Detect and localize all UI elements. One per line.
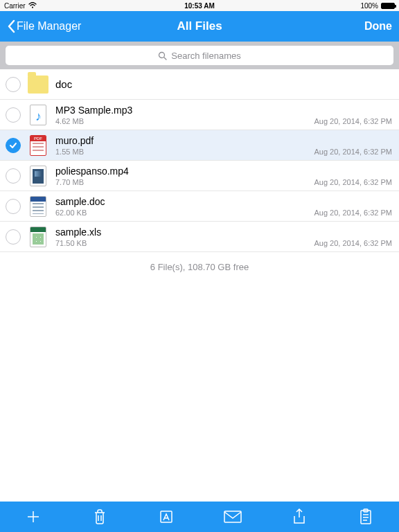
back-label: File Manager: [17, 20, 81, 33]
svg-point-0: [32, 6, 33, 8]
folder-icon: [28, 76, 48, 94]
carrier-label: Carrier: [4, 2, 26, 10]
file-date: Aug 20, 2014, 6:32 PM: [314, 239, 392, 247]
select-checkbox[interactable]: [6, 107, 21, 123]
rename-button[interactable]: [152, 503, 180, 531]
add-button[interactable]: [19, 503, 47, 531]
file-date: Aug 20, 2014, 6:32 PM: [314, 178, 392, 186]
file-name: sample.doc: [55, 196, 392, 207]
file-date: Aug 20, 2014, 6:32 PM: [314, 117, 392, 125]
select-checkbox[interactable]: [6, 77, 21, 92]
file-row[interactable]: poliespanso.mp47.70 MBAug 20, 2014, 6:32…: [0, 161, 399, 191]
select-checkbox[interactable]: [6, 168, 21, 184]
file-name: doc: [55, 78, 392, 90]
select-checkbox[interactable]: [6, 199, 21, 214]
video-file-icon: [30, 166, 46, 186]
search-icon: [158, 51, 167, 60]
clock-label: 10:53 AM: [184, 2, 215, 10]
file-size: 1.55 MB: [55, 148, 84, 156]
bottom-toolbar: [0, 502, 399, 532]
svg-line-2: [164, 57, 166, 60]
search-input[interactable]: Search filenames: [6, 46, 393, 65]
battery-icon: [381, 3, 395, 9]
file-name: poliespanso.mp4: [55, 166, 392, 177]
file-row[interactable]: sample.doc62.00 KBAug 20, 2014, 6:32 PM: [0, 191, 399, 222]
audio-file-icon: ♪: [30, 105, 46, 125]
file-date: Aug 20, 2014, 6:32 PM: [314, 209, 392, 217]
file-size: 62.00 KB: [55, 209, 87, 217]
file-name: sample.xls: [55, 227, 392, 238]
file-date: Aug 20, 2014, 6:32 PM: [314, 148, 392, 156]
trash-button[interactable]: [86, 503, 114, 531]
file-name: MP3 Sample.mp3: [55, 105, 392, 116]
summary-label: 6 File(s), 108.70 GB free: [0, 252, 399, 282]
mail-button[interactable]: [219, 503, 247, 531]
file-row[interactable]: doc: [0, 69, 399, 100]
pdf-file-icon: PDF: [30, 135, 46, 156]
file-size: 7.70 MB: [55, 178, 84, 186]
svg-rect-6: [224, 511, 241, 522]
file-row[interactable]: PDFmuro.pdf1.55 MBAug 20, 2014, 6:32 PM: [0, 130, 399, 161]
file-row[interactable]: ♪MP3 Sample.mp34.62 MBAug 20, 2014, 6:32…: [0, 100, 399, 130]
status-bar: Carrier 10:53 AM 100%: [0, 0, 399, 11]
word-file-icon: [30, 196, 46, 217]
wifi-icon: [28, 2, 37, 10]
file-list: doc♪MP3 Sample.mp34.62 MBAug 20, 2014, 6…: [0, 69, 399, 252]
nav-bar: File Manager All Files Done: [0, 11, 399, 42]
file-size: 4.62 MB: [55, 117, 84, 125]
search-bar: Search filenames: [0, 42, 399, 69]
chevron-left-icon: [7, 19, 15, 33]
battery-label: 100%: [360, 2, 378, 10]
share-button[interactable]: [285, 503, 313, 531]
file-size: 71.50 KB: [55, 239, 87, 247]
clipboard-button[interactable]: [352, 503, 380, 531]
file-name: muro.pdf: [55, 135, 392, 146]
page-title: All Files: [177, 19, 222, 33]
done-button[interactable]: Done: [364, 20, 392, 33]
file-row[interactable]: sample.xls71.50 KBAug 20, 2014, 6:32 PM: [0, 222, 399, 252]
excel-file-icon: [30, 227, 46, 247]
svg-point-1: [159, 52, 165, 57]
search-placeholder: Search filenames: [171, 51, 240, 61]
select-checkbox[interactable]: [6, 138, 21, 153]
back-button[interactable]: File Manager: [7, 19, 81, 33]
select-checkbox[interactable]: [6, 229, 21, 245]
